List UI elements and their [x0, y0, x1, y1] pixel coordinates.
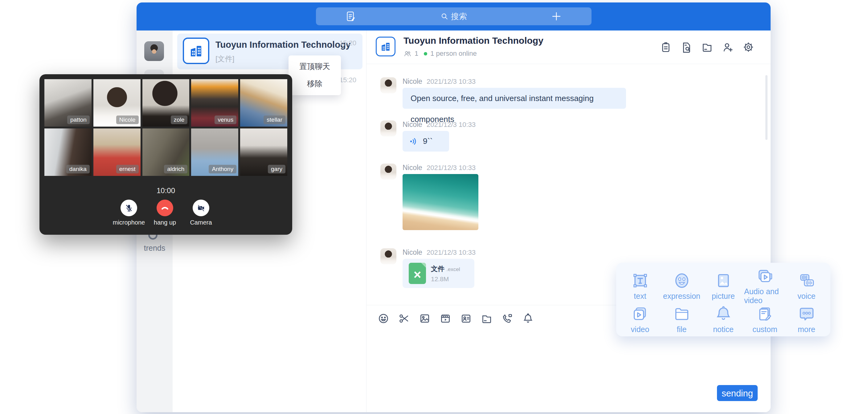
participant-grid: patton Nicole zole venus stellar danika … — [44, 79, 287, 176]
participant-tile: patton — [44, 79, 92, 127]
excel-file-icon — [409, 263, 426, 284]
file-name: 文件 — [431, 265, 444, 273]
text-icon — [631, 272, 649, 290]
participant-tile: zole — [143, 79, 190, 127]
plus-icon[interactable] — [551, 11, 562, 23]
sender-name: Nicole — [403, 248, 422, 257]
camera-label: Camera — [183, 219, 219, 226]
participant-tile: danika — [44, 128, 92, 176]
send-button[interactable]: sending — [717, 385, 758, 401]
camera-muted-icon — [197, 203, 205, 212]
menu-item-remove[interactable]: 移除 — [288, 75, 341, 92]
participant-name: venus — [215, 116, 237, 124]
document-search-icon[interactable] — [680, 41, 692, 53]
folder-icon[interactable] — [481, 313, 493, 324]
participant-tile: Nicole — [93, 79, 141, 127]
image-icon[interactable] — [419, 313, 431, 324]
panel-item-voice[interactable]: voice — [786, 267, 827, 305]
microphone-label: microphone — [110, 219, 147, 226]
notice-icon — [714, 305, 733, 323]
participant-name: ernest — [116, 165, 139, 173]
online-dot — [424, 52, 427, 56]
search-bar[interactable]: 搜索 — [316, 7, 591, 25]
user-avatar[interactable] — [144, 41, 164, 61]
participant-tile: aldrich — [143, 128, 190, 176]
image-message-beach[interactable] — [403, 174, 478, 230]
group-avatar-icon — [183, 38, 209, 64]
participant-tile: stellar — [240, 79, 287, 127]
sender-name: Nicole — [403, 121, 422, 129]
participant-name: zole — [171, 116, 188, 124]
panel-item-notice[interactable]: notice — [703, 305, 744, 334]
picture-icon — [714, 272, 733, 290]
hang-up-label: hang up — [147, 219, 183, 226]
top-bar: 搜索 — [136, 2, 771, 31]
video-icon[interactable] — [439, 313, 451, 324]
sender-avatar[interactable] — [380, 164, 396, 180]
video-message-icon — [631, 305, 649, 323]
contact-card-icon[interactable] — [460, 313, 472, 324]
scrollbar-thumb[interactable] — [765, 75, 768, 140]
video-call-icon[interactable] — [501, 313, 513, 324]
file-icon — [673, 305, 691, 323]
voice-bubble[interactable]: 9`` — [403, 131, 449, 152]
notification-icon[interactable] — [522, 313, 534, 324]
participant-name: danika — [66, 165, 90, 173]
panel-item-picture[interactable]: picture — [703, 267, 744, 305]
message-text: Nicole 2021/12/3 10:33 Open source, free… — [380, 77, 761, 109]
context-menu: 置顶聊天 移除 — [288, 56, 341, 95]
message-voice: Nicole 2021/12/3 10:33 9`` — [380, 121, 761, 152]
trends-label[interactable]: trends — [136, 244, 173, 253]
call-timer: 10:00 — [39, 186, 292, 195]
chat-main: Tuoyun Information Technology 1 1 person… — [367, 31, 771, 412]
announcement-icon[interactable] — [660, 41, 672, 53]
add-member-icon[interactable] — [721, 41, 734, 53]
panel-item-video[interactable]: video — [619, 305, 661, 334]
participant-name: Anthony — [209, 165, 237, 173]
panel-item-audio-video[interactable]: Audio and video — [744, 267, 786, 305]
file-size: 12.8M — [431, 276, 449, 283]
sender-avatar[interactable] — [380, 77, 396, 93]
search-icon — [440, 12, 448, 20]
search-placeholder: 搜索 — [451, 11, 467, 22]
sender-name: Nicole — [403, 77, 422, 86]
file-bubble[interactable]: 文件 .excel 12.8M — [403, 259, 474, 288]
message-time: 2021/12/3 10:33 — [427, 121, 475, 129]
participant-name: stellar — [264, 116, 285, 124]
camera-button[interactable]: Camera — [183, 200, 219, 226]
panel-item-custom[interactable]: custom — [744, 305, 786, 334]
message-time: 2021/12/3 10:33 — [427, 164, 475, 172]
search-field[interactable]: 搜索 — [316, 7, 591, 25]
members-icon — [403, 50, 411, 58]
message-time: 2021/12/3 10:33 — [427, 77, 475, 86]
message-time: 2021/12/3 10:33 — [427, 249, 475, 257]
sender-avatar[interactable] — [380, 121, 396, 136]
expression-icon — [673, 272, 691, 290]
microphone-button[interactable]: microphone — [110, 200, 147, 226]
panel-item-file[interactable]: file — [661, 305, 703, 334]
menu-item-pin[interactable]: 置顶聊天 — [288, 58, 341, 75]
conversation-time: 15:20 — [339, 76, 356, 84]
member-count: 1 — [414, 50, 418, 58]
sender-avatar[interactable] — [380, 248, 396, 264]
audio-video-icon — [756, 267, 774, 285]
chat-status-row: 1 1 person online — [403, 50, 477, 58]
conversation-time: 15:20 — [339, 39, 356, 47]
panel-item-more[interactable]: more — [786, 305, 827, 334]
chat-title: Tuoyun Information Technology — [403, 35, 544, 46]
text-bubble[interactable]: Open source, free, and universal instant… — [403, 88, 626, 109]
folder-icon[interactable] — [701, 41, 713, 53]
hang-up-button[interactable]: hang up — [147, 200, 183, 226]
screenshot-icon[interactable] — [398, 313, 410, 324]
video-call-overlay: patton Nicole zole venus stellar danika … — [39, 74, 292, 235]
chat-header: Tuoyun Information Technology 1 1 person… — [367, 31, 771, 64]
emoji-icon[interactable] — [378, 313, 389, 324]
hang-up-icon — [160, 203, 169, 213]
chat-avatar — [376, 37, 396, 56]
participant-name: gary — [268, 165, 285, 173]
settings-icon[interactable] — [742, 41, 754, 53]
panel-item-text[interactable]: text — [619, 267, 661, 305]
building-icon — [189, 43, 204, 58]
online-status: 1 person online — [430, 50, 476, 58]
panel-item-expression[interactable]: expression — [661, 267, 703, 305]
